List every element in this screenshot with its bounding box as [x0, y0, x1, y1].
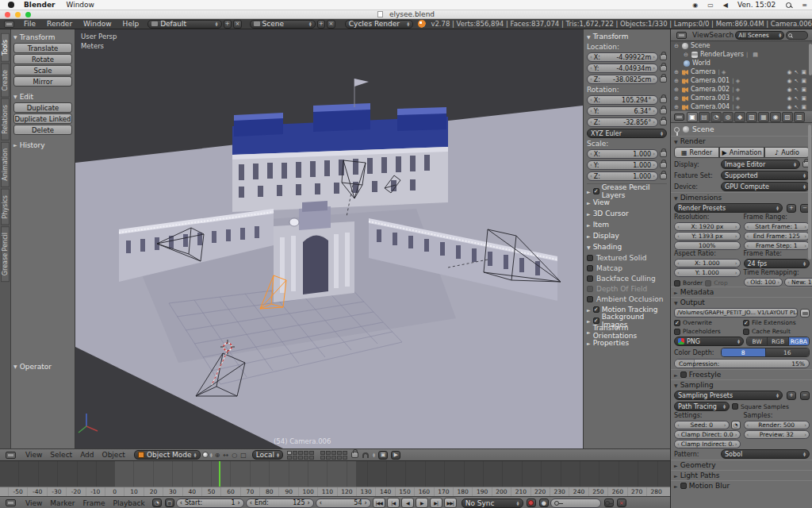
clamp-direct-field[interactable]: ‹Clamp Direct: 0.00› — [674, 430, 741, 439]
scale-z-field[interactable]: ‹Z:1.000› — [587, 171, 658, 181]
clamp-indirect-field[interactable]: ‹Clamp Indirect: 0.00› — [674, 440, 741, 448]
tab-render-icon[interactable]: ▣ — [687, 112, 698, 122]
opengl-render-button[interactable]: ▣ — [378, 451, 388, 460]
visibility-eye-icon[interactable]: ◉ — [787, 87, 791, 93]
end-frame-prop-field[interactable]: ‹End Frame: 125› — [744, 232, 810, 241]
timeline-menu-item[interactable]: View — [25, 499, 42, 507]
tool-button[interactable]: Rotate — [13, 54, 72, 64]
renderable-icon[interactable]: ▣ — [801, 104, 806, 110]
outliner-filter-selector[interactable]: All Scenes▲▼ — [735, 31, 784, 40]
apple-menu-icon[interactable] — [8, 2, 14, 8]
tool-button[interactable]: Mirror — [13, 76, 72, 87]
record-button[interactable] — [527, 498, 536, 507]
tool-button[interactable]: Scale — [13, 65, 72, 75]
file-extensions-toggle[interactable]: ✓File Extensions — [743, 319, 810, 326]
current-frame-field[interactable]: ‹54› — [316, 498, 371, 508]
tab-constraints-icon[interactable]: ▧ — [746, 112, 757, 122]
output-path-field[interactable]: /Volumes/GRAPH_PETIT_JO... V1/LAYOUT PLA… — [674, 308, 798, 318]
timeline-ruler[interactable]: -50-40-30-20-100102030405060708090100110… — [0, 487, 670, 496]
selectable-icon[interactable]: ↖ — [795, 95, 799, 102]
auto-keyframe-button[interactable]: ● — [539, 498, 549, 507]
preview-range-icon[interactable]: ◔ — [152, 498, 162, 507]
outliner-editor-type-icon[interactable] — [676, 32, 687, 39]
delete-scene-button[interactable]: × — [327, 20, 335, 29]
pivot-center-icon[interactable]: ⊕ — [215, 452, 220, 459]
transform-orientation-selector[interactable]: Local ▲▼ — [252, 450, 283, 460]
timeline-menu-item[interactable]: Marker — [50, 499, 75, 507]
aspect-x-field[interactable]: ‹X: 1.000› — [674, 259, 741, 267]
tool-button[interactable]: Delete — [13, 125, 72, 135]
rotation-z-field[interactable]: ‹Z:-32.856°› — [587, 117, 658, 127]
render-menu[interactable]: Render — [47, 20, 72, 28]
tab-material-icon[interactable]: ▨ — [782, 112, 793, 122]
checkbox-checked-icon[interactable]: ✓ — [593, 318, 599, 324]
tab-modifiers-icon[interactable]: ▦ — [758, 112, 769, 122]
depth-16-option[interactable]: 16 — [766, 348, 810, 356]
seed-field[interactable]: ‹Seed: 0› — [674, 421, 730, 429]
keying-set-field[interactable] — [550, 498, 601, 508]
lock-icon[interactable] — [660, 97, 667, 103]
delete-keyframe-button[interactable]: × — [617, 498, 626, 507]
lock-icon[interactable] — [660, 162, 667, 168]
help-menu[interactable]: Help — [123, 20, 140, 28]
matcap-toggle[interactable]: Matcap — [587, 264, 667, 272]
render-audio-button[interactable]: ♪Audio — [764, 147, 810, 158]
lightpaths-panel-header[interactable]: ►Light Paths — [671, 470, 812, 480]
outliner-row-camera[interactable]: ⊕Camera.002| ◈◉↖▣ — [671, 85, 812, 94]
outliner-row-world[interactable]: World — [671, 59, 812, 67]
file-menu[interactable]: File — [24, 20, 36, 28]
lock-icon[interactable] — [660, 119, 667, 125]
tool-button[interactable]: Translate — [13, 43, 72, 53]
scene-selector[interactable]: Scene ▲▼ — [250, 20, 316, 29]
history-panel-header[interactable]: ►History — [13, 140, 72, 150]
tab-render-layers-icon[interactable]: ▤ — [699, 112, 710, 122]
play-reverse-button[interactable]: ◀ — [401, 498, 414, 508]
outliner-menu-item[interactable]: Search — [709, 31, 733, 39]
selectable-icon[interactable]: ↖ — [795, 78, 799, 84]
toolshelf-tab[interactable]: Physics — [1, 189, 10, 225]
square-samples-toggle[interactable]: Square Samples — [732, 403, 810, 410]
placeholders-toggle[interactable]: Placeholders — [674, 328, 741, 335]
rotation-mode-selector[interactable]: XYZ Euler▲▼ — [587, 129, 667, 138]
visibility-eye-icon[interactable]: ◉ — [787, 69, 791, 75]
end-frame-field[interactable]: ‹End:125› — [246, 498, 314, 508]
render-panel-header[interactable]: ▼Render — [671, 136, 812, 146]
outliner-row-camera[interactable]: ⊕Camera.004| ◈◉↖▣ — [671, 102, 812, 111]
motionblur-panel-header[interactable]: ►Motion Blur — [671, 480, 812, 491]
pattern-selector[interactable]: Sobol▲▼ — [721, 449, 810, 459]
tool-button[interactable]: Duplicate — [13, 102, 72, 113]
render-engine-selector[interactable]: Cycles Render ▲▼ — [345, 20, 414, 29]
device-selector[interactable]: GPU Compute▲▼ — [721, 182, 810, 191]
lock-icon[interactable] — [660, 54, 667, 60]
dimensions-panel-header[interactable]: ▼Dimensions — [671, 192, 812, 202]
location-y-field[interactable]: ‹Y:-4.04934m› — [587, 64, 658, 73]
aspect-y-field[interactable]: ‹Y: 1.000› — [674, 268, 741, 277]
start-frame-field[interactable]: ‹Start:1› — [176, 498, 244, 508]
npanel-shading-header[interactable]: ▼Shading — [587, 242, 667, 252]
timeline-editor-type-icon[interactable] — [6, 499, 16, 506]
play-button[interactable]: ▶ — [416, 498, 428, 508]
checkbox-icon[interactable] — [587, 255, 593, 261]
selectable-icon[interactable]: ↖ — [795, 104, 799, 110]
pin-icon[interactable] — [674, 127, 680, 133]
sync-mode-selector[interactable]: No Sync▲▼ — [462, 498, 523, 508]
npanel-3dcursor-header[interactable]: ►3D Cursor — [587, 209, 667, 218]
snap-magnet-icon[interactable] — [362, 452, 369, 458]
outliner-search-field[interactable] — [786, 31, 808, 40]
resolution-y-field[interactable]: ‹Y: 1393 px› — [674, 232, 741, 241]
layers-grid-2[interactable] — [320, 451, 347, 460]
lock-icon[interactable] — [660, 65, 667, 71]
frame-rate-selector[interactable]: 24 fps▲▼ — [744, 259, 810, 268]
add-preset-button[interactable]: + — [787, 204, 796, 213]
compression-slider[interactable]: Compression:15% — [674, 359, 810, 368]
sampling-presets-selector[interactable]: Sampling Presets▲▼ — [674, 391, 783, 400]
lock-icon[interactable] — [660, 108, 667, 114]
checkbox-icon[interactable] — [587, 275, 593, 282]
render-button[interactable]: ▦Render — [674, 147, 719, 158]
visibility-eye-icon[interactable]: ◉ — [787, 95, 791, 102]
outliner-row-scene[interactable]: ⊖Scene — [671, 41, 812, 50]
checkbox-icon[interactable] — [680, 483, 687, 489]
renderable-icon[interactable]: ▣ — [801, 95, 806, 102]
resolution-percent-field[interactable]: 100% — [674, 241, 741, 250]
viewport-menu-item[interactable]: View — [25, 451, 42, 459]
